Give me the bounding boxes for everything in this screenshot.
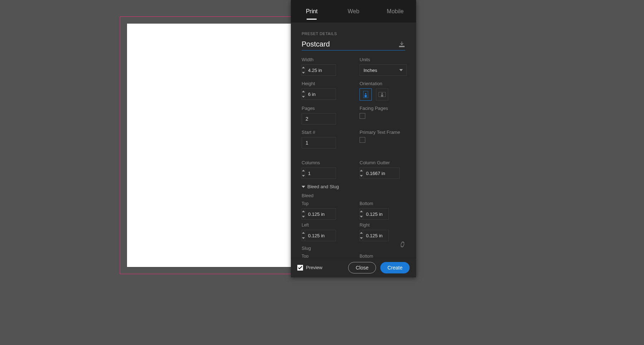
- svg-rect-2: [365, 93, 366, 94]
- document-preview: [120, 16, 306, 274]
- gutter-decrement[interactable]: [360, 173, 363, 179]
- preview-checkbox[interactable]: [297, 265, 303, 271]
- height-label: Height: [302, 81, 347, 86]
- svg-rect-3: [365, 95, 367, 97]
- units-select[interactable]: Inches: [360, 64, 407, 76]
- tab-print[interactable]: Print: [291, 0, 333, 23]
- height-decrement[interactable]: [302, 94, 305, 99]
- columns-increment[interactable]: [302, 168, 305, 173]
- bleed-right-stepper[interactable]: [360, 230, 389, 241]
- height-increment[interactable]: [302, 89, 305, 94]
- bleed-left-label: Left: [302, 223, 347, 228]
- slug-label: Slug: [302, 246, 405, 251]
- primary-text-frame-checkbox[interactable]: [360, 137, 365, 143]
- width-label: Width: [302, 57, 347, 62]
- close-button[interactable]: Close: [348, 262, 376, 273]
- chevron-down-icon: [399, 69, 403, 71]
- orientation-label: Orientation: [360, 81, 405, 86]
- page-preview: [127, 24, 299, 267]
- start-num-label: Start #: [302, 130, 347, 135]
- facing-pages-checkbox[interactable]: [360, 113, 365, 119]
- width-stepper[interactable]: [302, 64, 336, 76]
- bleed-slug-disclosure[interactable]: Bleed and Slug: [302, 184, 405, 189]
- orientation-landscape[interactable]: [376, 88, 388, 101]
- bleed-left-stepper[interactable]: [302, 230, 336, 241]
- save-preset-icon[interactable]: [398, 42, 405, 47]
- column-gutter-input[interactable]: [363, 168, 416, 179]
- column-gutter-stepper[interactable]: [360, 167, 400, 179]
- bleed-right-increment[interactable]: [360, 230, 363, 235]
- chevron-down-icon: [302, 186, 305, 188]
- panel-body: PRESET DETAILS Width Units: [291, 23, 416, 277]
- orientation-portrait[interactable]: [360, 88, 372, 101]
- preset-name-input[interactable]: [302, 40, 398, 48]
- link-bleed-icon[interactable]: [400, 242, 405, 249]
- landscape-icon: [379, 92, 386, 97]
- height-stepper[interactable]: [302, 88, 336, 100]
- svg-rect-6: [381, 94, 383, 97]
- bleed-right-label: Right: [360, 223, 405, 228]
- bleed-slug-label: Bleed and Slug: [307, 184, 339, 189]
- svg-rect-5: [381, 93, 383, 94]
- column-gutter-label: Column Gutter: [360, 160, 405, 165]
- create-button[interactable]: Create: [380, 262, 410, 273]
- bleed-left-decrement[interactable]: [302, 235, 305, 241]
- preset-name-row: [302, 40, 405, 50]
- tab-mobile[interactable]: Mobile: [374, 0, 416, 23]
- bleed-bottom-stepper[interactable]: [360, 208, 389, 220]
- width-decrement[interactable]: [302, 70, 305, 76]
- start-num-input[interactable]: [302, 137, 336, 149]
- bleed-top-stepper[interactable]: [302, 208, 336, 220]
- columns-decrement[interactable]: [302, 173, 305, 179]
- bleed-label: Bleed: [302, 193, 405, 198]
- svg-rect-0: [399, 46, 404, 47]
- width-increment[interactable]: [302, 65, 305, 70]
- bleed-bottom-increment[interactable]: [360, 209, 363, 214]
- tab-web[interactable]: Web: [333, 0, 375, 23]
- bleed-top-label: Top: [302, 201, 347, 206]
- bleed-left-increment[interactable]: [302, 230, 305, 235]
- columns-stepper[interactable]: [302, 167, 336, 179]
- preview-label: Preview: [306, 265, 322, 270]
- preset-details-label: PRESET DETAILS: [302, 31, 405, 36]
- bleed-right-input[interactable]: [363, 230, 416, 241]
- units-label: Units: [360, 57, 405, 62]
- bleed-right-decrement[interactable]: [360, 235, 363, 241]
- new-document-panel: Print Web Mobile PRESET DETAILS Width: [291, 0, 416, 277]
- bleed-bottom-label: Bottom: [360, 201, 405, 206]
- panel-footer: Preview Close Create: [291, 258, 416, 277]
- facing-pages-label: Facing Pages: [360, 106, 405, 111]
- pages-input[interactable]: [302, 113, 336, 125]
- columns-label: Columns: [302, 160, 347, 165]
- pages-label: Pages: [302, 106, 347, 111]
- bleed-top-increment[interactable]: [302, 209, 305, 214]
- bleed-bottom-decrement[interactable]: [360, 214, 363, 219]
- bleed-bottom-input[interactable]: [363, 209, 416, 219]
- units-value: Inches: [364, 68, 377, 73]
- gutter-increment[interactable]: [360, 168, 363, 173]
- primary-text-frame-label: Primary Text Frame: [360, 130, 405, 135]
- intent-tabs: Print Web Mobile: [291, 0, 416, 23]
- bleed-top-decrement[interactable]: [302, 214, 305, 219]
- portrait-icon: [363, 91, 368, 98]
